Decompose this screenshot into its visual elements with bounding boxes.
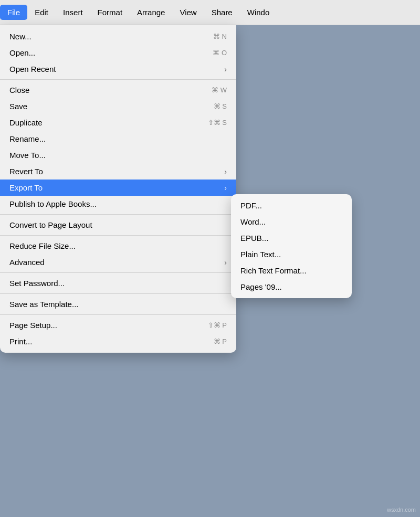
menu-item-publish-label: Publish to Apple Books...	[9, 199, 97, 208]
menu-item-duplicate-label: Duplicate	[9, 118, 43, 127]
menu-item-convert[interactable]: Convert to Page Layout	[0, 217, 236, 233]
separator-5	[0, 293, 236, 294]
menu-item-reduce-label: Reduce File Size...	[9, 241, 76, 250]
submenu-item-rich-text-label: Rich Text Format...	[240, 266, 307, 275]
separator-4	[0, 272, 236, 273]
submenu-item-pages-09[interactable]: Pages '09...	[231, 279, 352, 295]
menu-item-move-to-label: Move To...	[9, 151, 46, 160]
menu-item-export-to[interactable]: Export To ›	[0, 180, 236, 196]
submenu-chevron-revert-to: ›	[224, 167, 227, 176]
submenu-item-pdf[interactable]: PDF...	[231, 197, 352, 214]
submenu-item-pages-09-label: Pages '09...	[240, 282, 282, 291]
menu-bar: File Edit Insert Format Arrange View Sha…	[0, 0, 420, 25]
file-dropdown-menu: New... ⌘ N Open... ⌘ O Open Recent › Clo…	[0, 25, 236, 353]
menu-item-close[interactable]: Close ⌘ W	[0, 82, 236, 98]
menu-item-print-label: Print...	[9, 337, 32, 346]
menu-item-publish[interactable]: Publish to Apple Books...	[0, 196, 236, 212]
submenu-item-plain-text[interactable]: Plain Text...	[231, 246, 352, 262]
menu-item-advanced-label: Advanced	[9, 258, 45, 267]
menu-bar-item-share[interactable]: Share	[204, 5, 240, 20]
menu-bar-item-window[interactable]: Windo	[240, 5, 277, 20]
submenu-item-pdf-label: PDF...	[240, 201, 262, 210]
menu-bar-item-file[interactable]: File	[0, 5, 27, 20]
menu-item-revert-to[interactable]: Revert To ›	[0, 163, 236, 180]
watermark: wsxdn.com	[387, 507, 416, 513]
submenu-chevron-open-recent: ›	[224, 65, 227, 73]
menu-bar-item-arrange[interactable]: Arrange	[130, 5, 172, 20]
submenu-item-rich-text[interactable]: Rich Text Format...	[231, 262, 352, 279]
menu-item-open-shortcut: ⌘ O	[213, 49, 227, 57]
menu-item-new-label: New...	[9, 32, 32, 41]
menu-item-export-to-label: Export To	[9, 183, 43, 192]
menu-item-page-setup-label: Page Setup...	[9, 321, 57, 330]
menu-item-reduce[interactable]: Reduce File Size...	[0, 238, 236, 254]
submenu-item-word-label: Word...	[240, 217, 266, 226]
menu-item-close-label: Close	[9, 86, 29, 94]
menu-item-page-setup[interactable]: Page Setup... ⇧⌘ P	[0, 317, 236, 333]
menu-item-close-shortcut: ⌘ W	[212, 86, 227, 94]
menu-item-open-recent[interactable]: Open Recent ›	[0, 61, 236, 77]
menu-item-save-template[interactable]: Save as Template...	[0, 296, 236, 312]
menu-bar-item-edit[interactable]: Edit	[27, 5, 56, 20]
separator-1	[0, 79, 236, 80]
menu-item-new[interactable]: New... ⌘ N	[0, 28, 236, 45]
submenu-item-plain-text-label: Plain Text...	[240, 250, 281, 259]
menu-item-advanced[interactable]: Advanced ›	[0, 254, 236, 270]
menu-item-print-shortcut: ⌘ P	[214, 337, 227, 345]
menu-item-rename-label: Rename...	[9, 134, 46, 143]
submenu-item-word[interactable]: Word...	[231, 214, 352, 230]
separator-6	[0, 314, 236, 315]
menu-item-rename[interactable]: Rename...	[0, 131, 236, 147]
menu-item-save-shortcut: ⌘ S	[214, 102, 227, 110]
menu-item-revert-to-label: Revert To	[9, 167, 43, 176]
menu-item-open-label: Open...	[9, 48, 35, 57]
menu-bar-item-view[interactable]: View	[172, 5, 204, 20]
menu-item-duplicate-shortcut: ⇧⌘ S	[208, 119, 227, 126]
menu-bar-item-format[interactable]: Format	[90, 5, 130, 20]
menu-item-save[interactable]: Save ⌘ S	[0, 98, 236, 114]
menu-item-set-password-label: Set Password...	[9, 279, 65, 288]
separator-3	[0, 235, 236, 236]
menu-item-new-shortcut: ⌘ N	[213, 33, 227, 40]
menu-item-save-template-label: Save as Template...	[9, 300, 78, 309]
menu-bar-item-insert[interactable]: Insert	[56, 5, 90, 20]
menu-item-convert-label: Convert to Page Layout	[9, 220, 92, 229]
export-to-submenu: PDF... Word... EPUB... Plain Text... Ric…	[231, 194, 352, 298]
menu-item-print[interactable]: Print... ⌘ P	[0, 333, 236, 350]
menu-item-move-to[interactable]: Move To...	[0, 147, 236, 163]
submenu-item-epub-label: EPUB...	[240, 234, 268, 242]
submenu-item-epub[interactable]: EPUB...	[231, 230, 352, 246]
menu-item-open[interactable]: Open... ⌘ O	[0, 45, 236, 61]
menu-item-set-password[interactable]: Set Password...	[0, 275, 236, 291]
menu-item-save-label: Save	[9, 102, 27, 111]
separator-2	[0, 214, 236, 215]
submenu-chevron-advanced: ›	[224, 258, 227, 267]
menu-item-duplicate[interactable]: Duplicate ⇧⌘ S	[0, 114, 236, 131]
menu-item-page-setup-shortcut: ⇧⌘ P	[208, 321, 227, 329]
menu-item-open-recent-label: Open Recent	[9, 65, 56, 73]
submenu-chevron-export-to: ›	[224, 184, 227, 192]
